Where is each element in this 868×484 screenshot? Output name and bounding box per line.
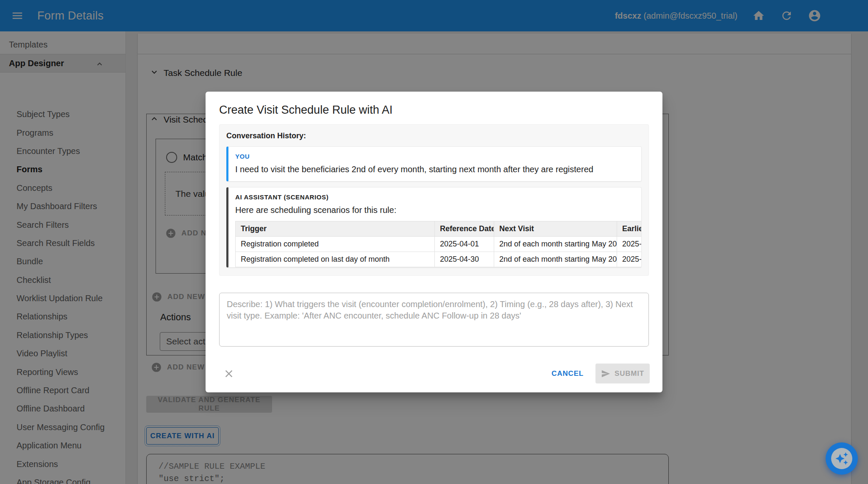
ai-assistant-fab[interactable] — [826, 442, 858, 475]
ai-assistant-label: AI ASSISTANT (SCENARIOS) — [235, 193, 634, 201]
conversation-heading: Conversation History: — [226, 131, 642, 140]
table-row: Registration completed on last day of mo… — [236, 252, 642, 267]
modal-title: Create Visit Schedule Rule with AI — [219, 104, 649, 117]
submit-button[interactable]: SUBMIT — [595, 364, 650, 383]
rule-description-input[interactable] — [219, 293, 649, 347]
close-icon[interactable] — [223, 367, 235, 380]
table-header-row: Trigger Reference Date Next Visit Earlie… — [236, 221, 642, 237]
create-visit-schedule-rule-modal: Create Visit Schedule Rule with AI Conve… — [206, 92, 662, 392]
send-icon — [601, 369, 610, 378]
ai-message-card: AI ASSISTANT (SCENARIOS) Here are schedu… — [226, 187, 642, 268]
col-trigger: Trigger — [236, 221, 435, 237]
modal-footer: CANCEL SUBMIT — [219, 364, 649, 383]
conversation-history-box[interactable]: Conversation History: YOU I need to visi… — [219, 124, 649, 276]
scenario-table: Trigger Reference Date Next Visit Earlie… — [235, 221, 641, 267]
table-row: Registration completed 2025-04-01 2nd of… — [236, 237, 642, 252]
col-next-visit: Next Visit — [494, 221, 617, 237]
scenario-table-wrap: Trigger Reference Date Next Visit Earlie… — [235, 221, 641, 267]
col-reference-date: Reference Date — [435, 221, 494, 237]
you-label: YOU — [235, 153, 634, 160]
col-earliest: Earliest — [617, 221, 642, 237]
you-message-text: I need to visit the beneficiaries 2nd of… — [235, 164, 634, 175]
sparkles-icon — [835, 452, 849, 465]
fab-inner-circle — [831, 448, 852, 469]
user-message-card: YOU I need to visit the beneficiaries 2n… — [226, 146, 642, 182]
screen: Form Details fdscxz (admin@fdscxz950_tri… — [0, 0, 868, 484]
ai-intro-text: Here are scheduling scenarios for this r… — [235, 204, 634, 215]
cancel-button[interactable]: CANCEL — [545, 365, 590, 382]
